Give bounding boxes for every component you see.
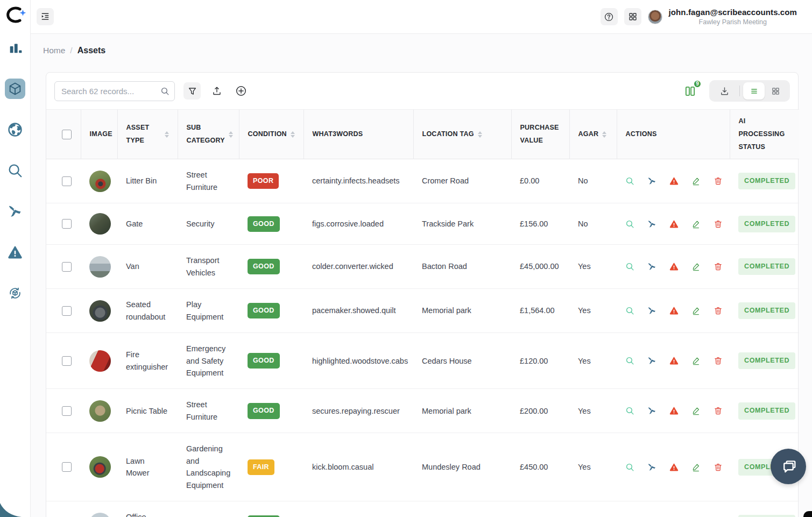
asset-type: Picnic Table: [126, 407, 167, 415]
view-details-icon[interactable]: [625, 262, 634, 271]
export-button[interactable]: [209, 83, 224, 98]
delete-icon[interactable]: [714, 219, 723, 229]
edit-icon[interactable]: [691, 356, 701, 365]
sidebar-item-processing[interactable]: [5, 283, 25, 303]
user-menu[interactable]: john.fagan@scribeaccounts.com Fawley Par…: [669, 8, 797, 26]
manage-columns-button[interactable]: 9: [683, 84, 697, 98]
maintenance-icon[interactable]: [647, 306, 656, 315]
sub-category: Street Furniture: [186, 400, 217, 421]
maintenance-icon[interactable]: [647, 262, 656, 271]
asset-photo-van[interactable]: [89, 256, 111, 278]
upload-icon: [211, 86, 222, 96]
col-asset-type[interactable]: ASSET TYPE: [117, 110, 178, 159]
report-issue-icon[interactable]: [669, 176, 679, 186]
asset-photo-office-building[interactable]: [89, 513, 111, 517]
user-organisation: Fawley Parish Meeting: [669, 18, 797, 26]
row-checkbox[interactable]: [62, 176, 72, 186]
sidebar-item-issues[interactable]: [5, 242, 25, 263]
report-issue-icon[interactable]: [669, 219, 679, 229]
delete-icon[interactable]: [714, 463, 723, 472]
row-checkbox[interactable]: [62, 262, 72, 272]
add-asset-button[interactable]: [233, 83, 249, 99]
col-agar[interactable]: AGAR: [569, 110, 617, 159]
sub-category: Play Equipment: [186, 300, 223, 321]
edit-icon[interactable]: [691, 306, 701, 315]
delete-icon[interactable]: [714, 262, 723, 271]
col-location-tag[interactable]: LOCATION TAG: [413, 110, 511, 159]
filter-button[interactable]: [183, 82, 201, 100]
col-sub-category[interactable]: SUB CATEGORY: [178, 110, 239, 159]
grid-view-button[interactable]: [765, 82, 786, 100]
sidebar-item-maintenance[interactable]: [5, 201, 25, 222]
edit-icon[interactable]: [691, 463, 701, 472]
report-issue-icon[interactable]: [669, 306, 679, 315]
what3words-value: pacemaker.showed.quilt: [312, 306, 396, 315]
report-issue-icon[interactable]: [669, 356, 679, 365]
ai-status-badge: COMPLETED: [738, 515, 795, 517]
view-details-icon[interactable]: [625, 463, 634, 472]
edit-icon[interactable]: [691, 406, 701, 415]
list-view-button[interactable]: [743, 82, 765, 100]
bar-chart-icon: [8, 40, 23, 55]
maintenance-icon[interactable]: [647, 219, 656, 229]
help-button[interactable]: [601, 8, 618, 25]
edit-icon[interactable]: [691, 176, 701, 186]
condition-badge: FAIR: [248, 459, 274, 475]
apps-button[interactable]: [624, 8, 641, 25]
location-tag: Mundesley Road: [422, 463, 481, 471]
ai-status-badge: COMPLETED: [738, 258, 795, 275]
asset-photo-lawn-mower[interactable]: [89, 456, 111, 478]
delete-icon[interactable]: [714, 356, 723, 365]
asset-photo-picnic-table[interactable]: [89, 400, 111, 422]
edit-icon[interactable]: [691, 219, 701, 229]
delete-icon[interactable]: [714, 306, 723, 315]
avatar[interactable]: [648, 10, 662, 24]
cube-icon: [8, 81, 23, 96]
asset-photo-litter-bin[interactable]: [89, 171, 111, 192]
view-details-icon[interactable]: [625, 356, 634, 365]
agar-value: No: [578, 176, 588, 185]
search-input[interactable]: [54, 81, 175, 101]
row-checkbox[interactable]: [62, 356, 72, 366]
select-all-checkbox[interactable]: [62, 130, 72, 139]
col-image: IMAGE: [81, 110, 117, 159]
col-condition[interactable]: CONDITION: [239, 110, 303, 159]
chat-button[interactable]: [771, 449, 806, 484]
sidebar-item-inspections[interactable]: [5, 160, 25, 181]
view-details-icon[interactable]: [625, 306, 634, 315]
view-details-icon[interactable]: [625, 176, 634, 186]
delete-icon[interactable]: [714, 406, 723, 415]
report-issue-icon[interactable]: [669, 406, 679, 415]
breadcrumb-home[interactable]: Home: [43, 46, 65, 55]
search-icon: [160, 87, 170, 96]
download-button[interactable]: [713, 83, 736, 100]
delete-icon[interactable]: [714, 176, 723, 186]
row-checkbox[interactable]: [62, 462, 72, 472]
sidebar-item-assets[interactable]: [5, 79, 25, 99]
breadcrumb-separator: /: [70, 46, 72, 55]
row-checkbox[interactable]: [62, 406, 72, 416]
report-issue-icon[interactable]: [669, 463, 679, 472]
edit-icon[interactable]: [691, 262, 701, 271]
sub-category: Street Furniture: [186, 171, 217, 191]
maintenance-icon[interactable]: [647, 406, 656, 415]
asset-photo-roundabout[interactable]: [89, 300, 111, 322]
view-details-icon[interactable]: [625, 406, 634, 415]
maintenance-icon[interactable]: [647, 463, 656, 472]
sidebar-item-map[interactable]: [5, 119, 25, 140]
maintenance-icon[interactable]: [647, 356, 656, 365]
view-details-icon[interactable]: [625, 219, 634, 229]
asset-photo-fire-extinguisher[interactable]: [89, 350, 111, 372]
row-checkbox[interactable]: [62, 219, 72, 229]
sidebar-toggle-button[interactable]: [37, 8, 54, 25]
purchase-value: £0.00: [520, 176, 539, 185]
main-content: Home / Assets 9: [31, 34, 812, 517]
filter-funnel-icon: [187, 86, 197, 96]
condition-badge: GOOD: [248, 403, 280, 419]
report-issue-icon[interactable]: [669, 262, 679, 271]
sidebar-item-dashboard[interactable]: [5, 38, 25, 58]
asset-photo-gate[interactable]: [89, 213, 111, 235]
screen-corner-artifact: [803, 511, 812, 517]
maintenance-icon[interactable]: [647, 176, 656, 186]
row-checkbox[interactable]: [62, 306, 72, 316]
